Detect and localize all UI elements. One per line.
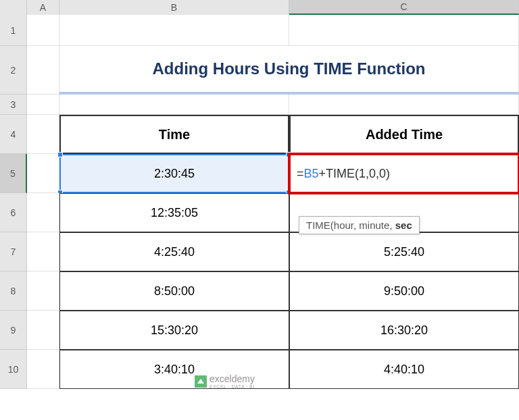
row-header-10[interactable]: 10 bbox=[0, 350, 27, 389]
cell-A4[interactable] bbox=[27, 115, 59, 154]
cell-A2[interactable] bbox=[27, 46, 59, 95]
row-5: 5 2:30:45 =B5+TIME(1,0,0) bbox=[0, 154, 519, 193]
col-header-A[interactable]: A bbox=[27, 0, 59, 15]
header-time[interactable]: Time bbox=[59, 115, 289, 154]
spreadsheet-grid: A B C 1 2 Adding Hours Using TIME Functi… bbox=[0, 0, 519, 420]
row-10: 10 3:40:10 4:40:10 bbox=[0, 350, 519, 389]
row-6: 6 12:35:05 bbox=[0, 193, 519, 232]
cell-C5-formula[interactable]: =B5+TIME(1,0,0) bbox=[289, 154, 519, 193]
cell-B7[interactable]: 4:25:40 bbox=[59, 232, 289, 271]
watermark-text-wrap: exceldemy EXCEL · DATA · BI bbox=[209, 373, 255, 389]
formula-prefix: = bbox=[297, 167, 304, 181]
watermark-icon bbox=[195, 375, 207, 388]
formula-suffix: +TIME(1,0,0) bbox=[319, 167, 391, 181]
watermark-tagline: EXCEL · DATA · BI bbox=[209, 384, 255, 389]
cell-A1[interactable] bbox=[27, 15, 59, 46]
row-header-8[interactable]: 8 bbox=[0, 271, 27, 311]
cell-B3[interactable] bbox=[59, 95, 289, 115]
tooltip-bold: sec bbox=[395, 219, 412, 231]
handle-top-left[interactable] bbox=[57, 152, 63, 157]
cell-C3[interactable] bbox=[289, 95, 519, 115]
cell-C1[interactable] bbox=[289, 15, 519, 46]
row-8: 8 8:50:00 9:50:00 bbox=[0, 271, 519, 311]
cell-B5[interactable]: 2:30:45 bbox=[59, 154, 289, 193]
formula-ref: B5 bbox=[304, 167, 319, 181]
cell-C8[interactable]: 9:50:00 bbox=[289, 271, 519, 311]
cell-B8[interactable]: 8:50:00 bbox=[59, 271, 289, 311]
cell-B1[interactable] bbox=[59, 15, 289, 46]
select-all-corner[interactable] bbox=[0, 0, 27, 15]
title-cell[interactable]: Adding Hours Using TIME Function bbox=[59, 46, 519, 95]
row-4: 4 Time Added Time bbox=[0, 115, 519, 154]
row-7: 7 4:25:40 5:25:40 bbox=[0, 232, 519, 271]
cell-A5[interactable] bbox=[27, 154, 59, 193]
row-2: 2 Adding Hours Using TIME Function bbox=[0, 46, 519, 95]
row-header-7[interactable]: 7 bbox=[0, 232, 27, 271]
function-tooltip: TIME(hour, minute, sec bbox=[299, 216, 420, 234]
watermark: exceldemy EXCEL · DATA · BI bbox=[195, 373, 255, 389]
row-1: 1 bbox=[0, 15, 519, 46]
row-header-6[interactable]: 6 bbox=[0, 193, 27, 232]
cell-C7[interactable]: 5:25:40 bbox=[289, 232, 519, 271]
watermark-brand: exceldemy bbox=[209, 373, 255, 384]
column-headers: A B C bbox=[0, 0, 519, 15]
row-header-2[interactable]: 2 bbox=[0, 46, 27, 95]
row-header-3[interactable]: 3 bbox=[0, 95, 27, 115]
row-9: 9 15:30:20 16:30:20 bbox=[0, 311, 519, 350]
cell-B6[interactable]: 12:35:05 bbox=[59, 193, 289, 232]
col-header-C[interactable]: C bbox=[289, 0, 519, 15]
cell-A8[interactable] bbox=[27, 271, 59, 311]
tooltip-text: TIME(hour, minute, bbox=[306, 219, 395, 231]
cell-A7[interactable] bbox=[27, 232, 59, 271]
cell-A9[interactable] bbox=[27, 311, 59, 350]
cell-B9[interactable]: 15:30:20 bbox=[59, 311, 289, 350]
row-header-1[interactable]: 1 bbox=[0, 15, 27, 46]
row-header-5[interactable]: 5 bbox=[0, 154, 27, 193]
row-header-9[interactable]: 9 bbox=[0, 311, 27, 350]
row-3: 3 bbox=[0, 95, 519, 115]
cell-B10[interactable]: 3:40:10 bbox=[59, 350, 289, 389]
cell-A10[interactable] bbox=[27, 350, 59, 389]
col-header-B[interactable]: B bbox=[59, 0, 289, 15]
row-header-4[interactable]: 4 bbox=[0, 115, 27, 154]
cell-A3[interactable] bbox=[27, 95, 59, 115]
header-added[interactable]: Added Time bbox=[289, 115, 519, 154]
cell-B5-value: 2:30:45 bbox=[154, 167, 195, 181]
cell-C10[interactable]: 4:40:10 bbox=[289, 350, 519, 389]
cell-A6[interactable] bbox=[27, 193, 59, 232]
cell-C9[interactable]: 16:30:20 bbox=[289, 311, 519, 350]
